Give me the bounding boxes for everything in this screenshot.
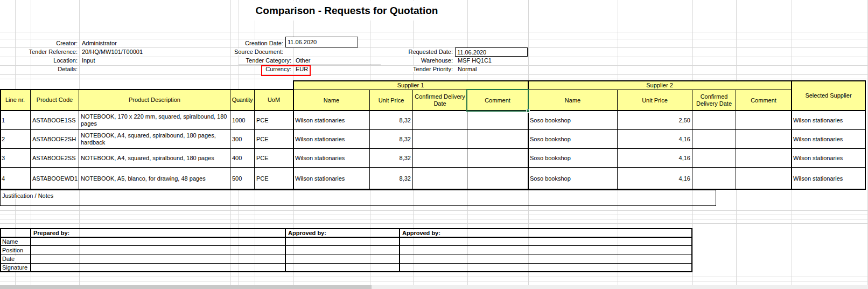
cell-selected-supplier[interactable]: Wilson stationaries — [792, 149, 866, 168]
table-thick-border — [0, 110, 866, 111]
cell-quantity[interactable]: 500 — [230, 168, 255, 190]
cell-supplier1-unit-price[interactable]: 8,32 — [370, 149, 413, 168]
cell-line-nr[interactable]: 1 — [0, 111, 31, 130]
cell-product-description[interactable]: NOTEBOOK, A4, squared, spiralbound, 180 … — [79, 149, 230, 168]
source-document-label: Source Document: — [205, 47, 284, 56]
cell-supplier1-name[interactable]: Wilson stationaries — [293, 130, 370, 149]
cell-quantity[interactable]: 400 — [230, 149, 255, 168]
cell-supplier2-name[interactable]: Soso bookshop — [528, 168, 618, 190]
requested-date-label: Requested Date: — [374, 47, 454, 56]
requested-date-field[interactable]: 11.06.2020 — [455, 47, 528, 57]
header-supplier2-name[interactable]: Name — [528, 90, 618, 111]
signature-cell-approved-2-name[interactable] — [400, 237, 692, 246]
cell-supplier2-confirmed-delivery-date[interactable] — [692, 111, 736, 130]
location-value[interactable]: Input — [81, 56, 96, 65]
cell-quantity[interactable]: 1000 — [230, 111, 255, 130]
cell-uom[interactable]: PCE — [255, 149, 293, 168]
cell-supplier2-confirmed-delivery-date[interactable] — [692, 149, 736, 168]
cell-uom[interactable]: PCE — [255, 130, 293, 149]
cell-supplier2-unit-price[interactable]: 2,50 — [618, 111, 692, 130]
cell-supplier1-comment[interactable] — [467, 130, 528, 149]
signature-cell-prepared-name[interactable] — [31, 237, 285, 246]
creator-value[interactable]: Administrator — [81, 39, 118, 47]
cell-product-description[interactable]: NOTEBOOK, 170 x 220 mm, squared, spiralb… — [79, 111, 230, 130]
justification-notes-box[interactable] — [0, 190, 716, 206]
table-thick-border — [0, 89, 294, 90]
header-supplier2-comment[interactable]: Comment — [736, 90, 792, 111]
signature-cell-approved-1-name[interactable] — [285, 237, 400, 246]
cell-supplier1-unit-price[interactable]: 8,32 — [370, 130, 413, 149]
cell-supplier1-name[interactable]: Wilson stationaries — [293, 111, 370, 130]
cell-supplier2-comment[interactable] — [736, 130, 792, 149]
selection-fill-handle[interactable] — [526, 109, 530, 113]
cell-supplier1-confirmed-delivery-date[interactable] — [413, 130, 467, 149]
header-supplier1-name[interactable]: Name — [293, 90, 370, 111]
cell-line-nr[interactable]: 2 — [0, 130, 31, 149]
cell-uom[interactable]: PCE — [255, 111, 293, 130]
cell-supplier2-comment[interactable] — [736, 111, 792, 130]
cell-supplier1-comment[interactable] — [467, 111, 528, 130]
cell-supplier1-comment[interactable] — [467, 149, 528, 168]
cell-supplier2-name[interactable]: Soso bookshop — [528, 130, 618, 149]
cell-supplier1-confirmed-delivery-date[interactable] — [413, 149, 467, 168]
header-selected-supplier[interactable]: Selected Supplier — [792, 81, 866, 111]
header-uom[interactable]: UoM — [255, 90, 293, 111]
location-label: Location: — [0, 56, 79, 65]
cell-product-code[interactable]: ASTABOOEWD1 — [31, 168, 79, 190]
header-supplier2-confirmed-delivery-date[interactable]: Confirmed Delivery Date — [692, 90, 736, 111]
signature-cell-approved-2-position[interactable] — [400, 246, 692, 254]
cell-supplier2-comment[interactable] — [736, 149, 792, 168]
cell-selected-supplier[interactable]: Wilson stationaries — [792, 111, 866, 130]
signature-cell-approved-1-position[interactable] — [285, 246, 400, 254]
signature-cell-prepared-position[interactable] — [31, 246, 285, 254]
header-line-nr[interactable]: Line nr. — [0, 90, 31, 111]
cell-line-nr[interactable]: 4 — [0, 168, 31, 190]
cell-supplier2-unit-price[interactable]: 4,16 — [618, 149, 692, 168]
cell-supplier1-unit-price[interactable]: 8,32 — [370, 111, 413, 130]
cell-product-code[interactable]: ASTABOOE1SS — [31, 111, 79, 130]
cell-supplier1-comment[interactable] — [467, 168, 528, 190]
cell-line-nr[interactable]: 3 — [0, 149, 31, 168]
prepared-by-label: Prepared by: — [32, 229, 71, 237]
header-supplier1-confirmed-delivery-date[interactable]: Confirmed Delivery Date — [413, 90, 467, 111]
cell-supplier2-confirmed-delivery-date[interactable] — [692, 168, 736, 190]
tender-reference-value[interactable]: 20/HQ/MW101/T00001 — [81, 47, 144, 56]
cell-supplier2-name[interactable]: Soso bookshop — [528, 111, 618, 130]
cell-supplier1-name[interactable]: Wilson stationaries — [293, 168, 370, 190]
cell-supplier2-unit-price[interactable]: 4,16 — [618, 168, 692, 190]
cell-quantity[interactable]: 300 — [230, 130, 255, 149]
cell-supplier1-name[interactable]: Wilson stationaries — [293, 149, 370, 168]
signature-cell-approved-2-signature[interactable] — [400, 264, 692, 272]
cell-selected-supplier[interactable]: Wilson stationaries — [792, 168, 866, 190]
tender-priority-value[interactable]: Normal — [457, 65, 478, 73]
header-quantity[interactable]: Quantity — [230, 90, 255, 111]
cell-supplier1-confirmed-delivery-date[interactable] — [413, 111, 467, 130]
header-supplier2-unit-price[interactable]: Unit Price — [618, 90, 692, 111]
cell-selected-supplier[interactable]: Wilson stationaries — [792, 130, 866, 149]
signature-cell-prepared-date[interactable] — [31, 254, 285, 264]
cell-supplier1-confirmed-delivery-date[interactable] — [413, 168, 467, 190]
signature-cell-approved-1-date[interactable] — [285, 254, 400, 264]
tender-category-value[interactable]: Other — [295, 56, 312, 65]
cell-uom[interactable]: PCE — [255, 168, 293, 190]
cell-product-code[interactable]: ASTABOOE2SS — [31, 149, 79, 168]
signature-cell-approved-1-signature[interactable] — [285, 264, 400, 272]
cell-supplier2-name[interactable]: Soso bookshop — [528, 149, 618, 168]
cell-supplier2-comment[interactable] — [736, 168, 792, 190]
header-product-description[interactable]: Product Description — [79, 90, 230, 111]
header-supplier1-unit-price[interactable]: Unit Price — [370, 90, 413, 111]
header-supplier2[interactable]: Supplier 2 — [528, 81, 792, 90]
signature-cell-prepared-signature[interactable] — [31, 264, 285, 272]
cell-supplier2-confirmed-delivery-date[interactable] — [692, 130, 736, 149]
signature-row-label-name: Name — [1, 238, 19, 246]
cell-supplier1-unit-price[interactable]: 8,32 — [370, 168, 413, 190]
cell-product-code[interactable]: ASTABOOE2SH — [31, 130, 79, 149]
signature-cell-approved-2-date[interactable] — [400, 254, 692, 264]
cell-product-description[interactable]: NOTEBOOK, A4, squared, spiralbound, 180 … — [79, 130, 230, 149]
cell-product-description[interactable]: NOTEBOOK, A5, blanco, for drawing, 48 pa… — [79, 168, 230, 190]
warehouse-value[interactable]: MSF HQ1C1 — [457, 56, 493, 65]
creator-label: Creator: — [0, 39, 79, 47]
cell-supplier2-unit-price[interactable]: 4,16 — [618, 130, 692, 149]
header-product-code[interactable]: Product Code — [31, 90, 79, 111]
creation-date-field[interactable]: 11.06.2020 — [285, 37, 358, 47]
